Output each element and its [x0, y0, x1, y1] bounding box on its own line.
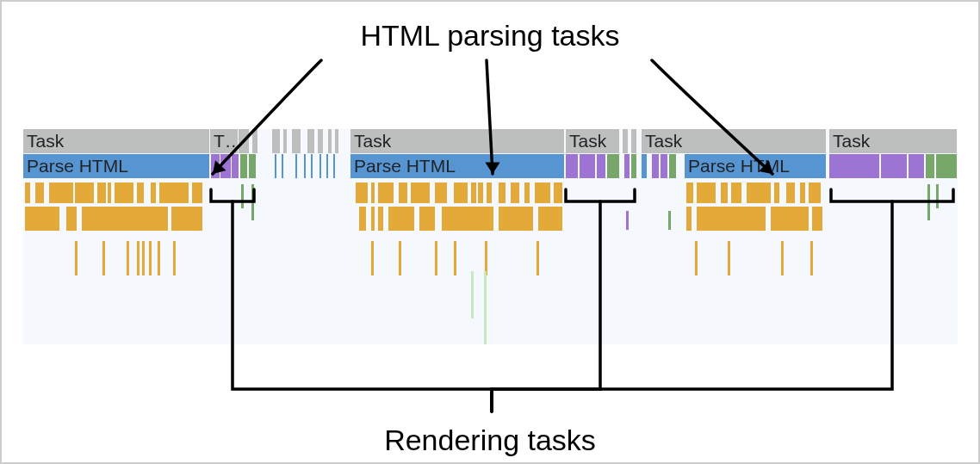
- accent-segment: [668, 211, 671, 230]
- accent-segment: [484, 271, 487, 344]
- accent-segment: [471, 271, 474, 319]
- accent-segment: [927, 184, 930, 220]
- bottom-label: Rendering tasks: [384, 424, 596, 457]
- accent-segment: [241, 184, 244, 208]
- accent-segment: [626, 211, 629, 230]
- diagram-frame: HTML parsing tasks TaskT…TaskTaskTaskTas…: [0, 0, 980, 464]
- performance-flame-chart: TaskT…TaskTaskTaskTask Parse HTMLParse H…: [23, 129, 958, 344]
- top-label: HTML parsing tasks: [360, 19, 619, 53]
- accent-segment: [251, 184, 254, 220]
- accent-segment: [936, 184, 939, 208]
- accent-marks: [23, 129, 958, 344]
